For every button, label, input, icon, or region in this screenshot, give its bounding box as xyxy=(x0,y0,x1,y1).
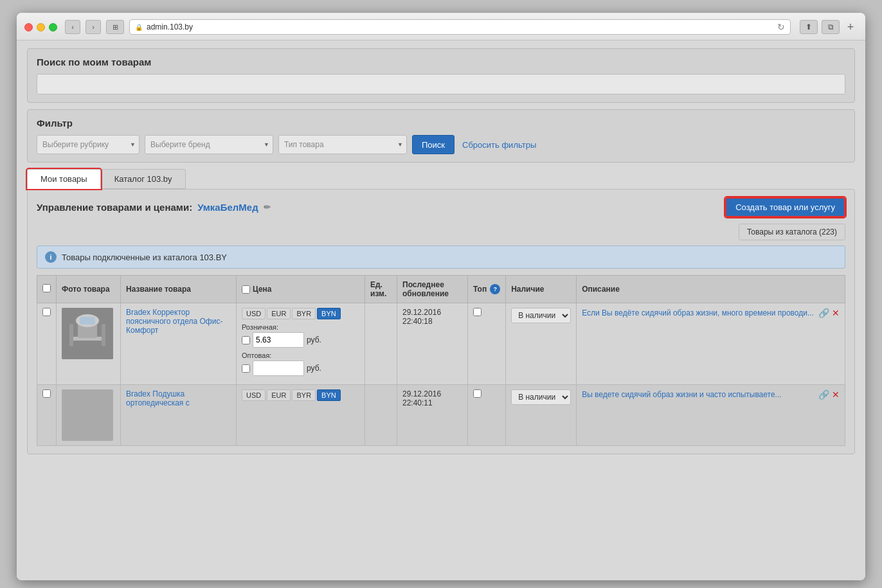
row2-update-text: 29.12.2016 22:40:11 xyxy=(402,389,441,407)
rubric-select-wrapper: Выберите рубрику ▼ xyxy=(37,135,140,154)
row1-checkbox-cell xyxy=(37,303,57,385)
reset-filters-button[interactable]: Сбросить фильтры xyxy=(460,137,539,153)
row2-name-cell: Bradex Подушка ортопедическая с xyxy=(121,385,237,446)
table-row: Bradex Корректор поясничного отдела Офис… xyxy=(37,303,845,385)
row2-photo-cell xyxy=(57,385,121,446)
tab-my-goods[interactable]: Мои товары xyxy=(27,169,101,189)
info-banner-text: Товары подключенные из каталога 103.BY xyxy=(62,253,227,262)
row1-price-cell: USD EUR BYR BYN Розничная: руб. xyxy=(237,303,365,385)
th-last-update: Последнее обновление xyxy=(397,276,468,303)
back-button[interactable]: ‹ xyxy=(65,20,80,34)
row1-update-cell: 29.12.2016 22:40:18 xyxy=(397,303,468,385)
row2-price-cell: USD EUR BYR BYN xyxy=(237,385,365,446)
row1-top-cell xyxy=(468,303,506,385)
shop-name-link[interactable]: УмкаБелМед xyxy=(197,202,258,213)
row1-wholesale-checkbox[interactable] xyxy=(242,364,250,373)
close-button[interactable] xyxy=(24,23,33,31)
row1-retail-row: руб. xyxy=(242,332,359,348)
row1-product-link[interactable]: Bradex Корректор поясничного отдела Офис… xyxy=(126,308,222,335)
row2-product-photo xyxy=(62,389,113,441)
browser-actions: ⬆ ⧉ + xyxy=(800,20,858,34)
info-banner: i Товары подключенные из каталога 103.BY xyxy=(37,245,845,269)
row1-top-checkbox[interactable] xyxy=(473,308,482,316)
row2-availability-select[interactable]: В наличии xyxy=(511,389,571,405)
row1-wholesale-currency: руб. xyxy=(307,364,321,373)
filter-row: Выберите рубрику ▼ Выберите бренд ▼ Тип … xyxy=(37,135,845,154)
th-photo: Фото товара xyxy=(57,276,121,303)
row2-description-cell: Вы ведете сидячий образ жизни и часто ис… xyxy=(577,385,845,446)
row2-actions: 🔗 ✕ xyxy=(818,389,840,400)
create-product-button[interactable]: Создать товар или услугу xyxy=(725,197,845,217)
search-section-title: Поиск по моим товарам xyxy=(37,57,845,67)
row2-link-icon[interactable]: 🔗 xyxy=(818,389,829,400)
th-unit: Ед. изм. xyxy=(365,276,397,303)
refresh-icon[interactable]: ↻ xyxy=(777,22,785,32)
row2-currency-btns: USD EUR BYR BYN xyxy=(242,389,359,401)
share-button[interactable]: ⬆ xyxy=(800,20,818,34)
traffic-lights xyxy=(24,23,57,31)
tab-overview-button[interactable]: ⊞ xyxy=(106,20,124,34)
row2-usd-btn[interactable]: USD xyxy=(242,389,266,401)
top-help-badge[interactable]: ? xyxy=(490,284,500,294)
browser-titlebar: ‹ › ⊞ 🔒 admin.103.by ↻ ⬆ ⧉ + xyxy=(17,13,865,40)
search-button[interactable]: Поиск xyxy=(412,135,455,154)
row1-eur-btn[interactable]: EUR xyxy=(267,308,291,319)
products-table: Фото товара Название товара Цена xyxy=(37,275,845,446)
row2-byn-btn[interactable]: BYN xyxy=(317,389,341,401)
table-row: Bradex Подушка ортопедическая с USD EUR … xyxy=(37,385,845,446)
th-description: Описание xyxy=(577,276,845,303)
select-all-checkbox[interactable] xyxy=(42,284,51,292)
svg-rect-4 xyxy=(102,324,105,346)
management-title-text: Управление товарами и ценами: xyxy=(37,202,192,213)
row1-retail-checkbox[interactable] xyxy=(242,336,250,344)
th-checkbox xyxy=(37,276,57,303)
row2-availability-cell: В наличии xyxy=(506,385,577,446)
forward-button[interactable]: › xyxy=(86,20,101,34)
row1-photo-svg xyxy=(62,308,113,359)
row1-checkbox[interactable] xyxy=(42,308,51,316)
row1-retail-currency: руб. xyxy=(307,335,321,344)
row2-eur-btn[interactable]: EUR xyxy=(267,389,291,401)
rubric-select[interactable]: Выберите рубрику xyxy=(37,135,140,154)
svg-rect-6 xyxy=(80,317,95,325)
tab-catalog[interactable]: Каталог 103.by xyxy=(101,169,186,189)
row1-link-icon[interactable]: 🔗 xyxy=(818,308,829,318)
search-input[interactable] xyxy=(37,74,845,94)
new-tab-square-button[interactable]: ⧉ xyxy=(822,20,840,34)
row2-update-cell: 29.12.2016 22:40:11 xyxy=(397,385,468,446)
table-header-row: Фото товара Название товара Цена xyxy=(37,276,845,303)
row1-wholesale-label: Оптовая: xyxy=(242,352,359,359)
search-section: Поиск по моим товарам xyxy=(27,48,855,103)
lock-icon: 🔒 xyxy=(135,24,143,31)
row2-delete-icon[interactable]: ✕ xyxy=(832,389,840,400)
url-bar[interactable]: 🔒 admin.103.by ↻ xyxy=(129,19,791,35)
row2-product-link[interactable]: Bradex Подушка ортопедическая с xyxy=(126,389,190,407)
row2-checkbox[interactable] xyxy=(42,389,51,398)
row1-byn-btn[interactable]: BYN xyxy=(317,308,341,319)
minimize-button[interactable] xyxy=(37,23,45,31)
row1-photo-cell xyxy=(57,303,121,385)
tabs-row: Мои товары Каталог 103.by xyxy=(27,169,855,189)
row1-delete-icon[interactable]: ✕ xyxy=(832,308,840,318)
row1-wholesale-input[interactable] xyxy=(253,361,304,376)
row1-actions: 🔗 ✕ xyxy=(818,308,840,318)
row1-update-text: 29.12.2016 22:40:18 xyxy=(402,308,441,326)
catalog-count-button[interactable]: Товары из каталога (223) xyxy=(739,224,845,240)
row1-byr-btn[interactable]: BYR xyxy=(292,308,316,319)
row1-unit-cell xyxy=(365,303,397,385)
row1-usd-btn[interactable]: USD xyxy=(242,308,266,319)
edit-icon[interactable]: ✏ xyxy=(264,202,271,212)
th-price: Цена xyxy=(237,276,365,303)
brand-select-wrapper: Выберите бренд ▼ xyxy=(145,135,273,154)
add-tab-button[interactable]: + xyxy=(843,20,858,34)
row1-availability-select[interactable]: В наличии xyxy=(511,308,571,323)
brand-select[interactable]: Выберите бренд xyxy=(145,135,273,154)
type-select[interactable]: Тип товара xyxy=(278,135,407,154)
page-content: Поиск по моим товарам Фильтр Выберите ру… xyxy=(17,40,865,580)
row2-top-checkbox[interactable] xyxy=(473,389,482,398)
maximize-button[interactable] xyxy=(49,23,57,31)
th-availability: Наличие xyxy=(506,276,577,303)
row2-byr-btn[interactable]: BYR xyxy=(292,389,316,401)
price-header-checkbox[interactable] xyxy=(242,285,250,294)
row1-retail-input[interactable] xyxy=(253,332,304,348)
